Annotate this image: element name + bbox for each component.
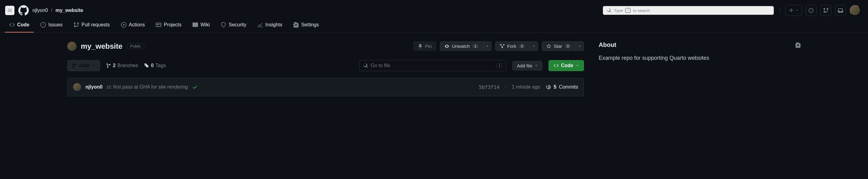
- fork-button[interactable]: Fork 0: [495, 42, 530, 51]
- tab-settings[interactable]: Settings: [289, 18, 323, 32]
- hamburger-icon: [7, 8, 12, 13]
- caret-down-icon: [486, 45, 489, 48]
- global-menu-button[interactable]: [5, 5, 15, 15]
- notifications-button[interactable]: [835, 5, 846, 16]
- commit-message[interactable]: ci: first pass at GHA for site rendering: [107, 84, 188, 90]
- star-icon: [546, 44, 551, 49]
- breadcrumb: njlyon0 / my_website: [32, 8, 83, 13]
- caret-down-icon: [92, 64, 95, 67]
- branches-label: Branches: [118, 63, 138, 68]
- search-icon: [607, 8, 612, 13]
- tab-code[interactable]: Code: [5, 18, 34, 32]
- repo-link[interactable]: my_website: [55, 8, 83, 13]
- search-icon: [363, 63, 368, 68]
- about-description: Example repo for supporting Quarto websi…: [599, 54, 801, 62]
- latest-commit-bar: njlyon0 ci: first pass at GHA for site r…: [67, 78, 584, 96]
- pin-label: Pin: [425, 44, 432, 49]
- file-search-input[interactable]: [371, 63, 494, 68]
- inbox-icon: [838, 8, 843, 13]
- tab-pull-requests[interactable]: Pull requests: [69, 18, 114, 32]
- commits-count: 5: [554, 84, 556, 90]
- create-new-button[interactable]: [785, 5, 802, 16]
- github-logo[interactable]: [18, 5, 29, 16]
- book-icon: [192, 22, 198, 28]
- commit-sha[interactable]: 5bf3f14: [479, 84, 499, 90]
- tags-count: 0: [151, 63, 154, 68]
- unwatch-label: Unwatch: [452, 44, 469, 49]
- search-text-before: Type: [614, 8, 623, 13]
- caret-down-icon: [532, 45, 535, 48]
- tab-issues-label: Issues: [49, 22, 62, 28]
- branch-name: main: [79, 63, 90, 68]
- tag-icon: [144, 63, 149, 68]
- tab-security-label: Security: [229, 22, 246, 28]
- plus-icon: [789, 8, 794, 13]
- shield-icon: [221, 22, 226, 28]
- pull-requests-button[interactable]: [820, 5, 831, 16]
- issue-opened-icon: [808, 8, 814, 13]
- issues-button[interactable]: [806, 5, 816, 16]
- add-file-button[interactable]: Add file: [513, 61, 542, 71]
- git-pull-request-icon: [823, 8, 829, 13]
- code-icon: [554, 63, 559, 68]
- pr-icon: [73, 22, 79, 28]
- watch-dropdown[interactable]: [483, 42, 492, 51]
- tab-actions[interactable]: Actions: [117, 18, 149, 32]
- commit-time[interactable]: 1 minute ago: [512, 84, 540, 90]
- file-search[interactable]: t: [359, 60, 506, 71]
- tab-wiki[interactable]: Wiki: [188, 18, 214, 32]
- github-mark-icon: [18, 5, 29, 16]
- pin-icon: [418, 44, 423, 49]
- tab-issues[interactable]: Issues: [36, 18, 67, 32]
- user-avatar[interactable]: [850, 5, 861, 16]
- star-button[interactable]: Star 0: [542, 42, 576, 51]
- owner-avatar[interactable]: [67, 42, 76, 51]
- graph-icon: [257, 22, 263, 28]
- about-settings-button[interactable]: [795, 42, 801, 48]
- search-key: /: [625, 8, 630, 13]
- tab-security[interactable]: Security: [216, 18, 251, 32]
- caret-down-icon: [535, 64, 538, 67]
- about-heading: About: [599, 42, 616, 48]
- fork-icon: [500, 44, 505, 49]
- commits-link[interactable]: 5 Commits: [546, 84, 578, 90]
- tags-label: Tags: [155, 63, 166, 68]
- tab-settings-label: Settings: [301, 22, 319, 28]
- tab-pr-label: Pull requests: [82, 22, 110, 28]
- tab-code-label: Code: [17, 22, 29, 28]
- code-button[interactable]: Code: [549, 60, 584, 71]
- issue-icon: [40, 22, 46, 28]
- commit-author[interactable]: njlyon0: [85, 84, 102, 90]
- star-dropdown[interactable]: [576, 42, 584, 51]
- tab-projects-label: Projects: [164, 22, 182, 28]
- file-search-key: t: [497, 63, 502, 68]
- code-label: Code: [561, 63, 573, 68]
- global-search[interactable]: Type / to search: [602, 6, 774, 15]
- commit-author-avatar[interactable]: [73, 83, 81, 91]
- owner-link[interactable]: njlyon0: [32, 8, 48, 13]
- star-count: 0: [565, 44, 571, 48]
- branches-link[interactable]: 2 Branches: [106, 63, 138, 68]
- play-icon: [121, 22, 126, 28]
- tab-insights[interactable]: Insights: [253, 18, 286, 32]
- tab-insights-label: Insights: [266, 22, 282, 28]
- unwatch-button[interactable]: Unwatch 1: [440, 42, 483, 51]
- caret-down-icon: [576, 64, 579, 67]
- commit-sep: ·: [505, 84, 506, 90]
- add-file-label: Add file: [517, 63, 532, 68]
- fork-count: 0: [519, 44, 525, 48]
- gear-icon: [293, 22, 299, 28]
- pin-button[interactable]: Pin: [413, 42, 436, 51]
- status-check-icon[interactable]: [192, 84, 198, 90]
- fork-dropdown[interactable]: [530, 42, 538, 51]
- tab-actions-label: Actions: [129, 22, 145, 28]
- git-branch-icon: [106, 63, 111, 68]
- branch-selector[interactable]: main: [67, 60, 100, 71]
- repo-nav: Code Issues Pull requests Actions Projec…: [0, 18, 868, 33]
- search-text-after: to search: [633, 8, 650, 13]
- tags-link[interactable]: 0 Tags: [144, 63, 166, 68]
- tab-projects[interactable]: Projects: [152, 18, 186, 32]
- table-icon: [156, 22, 161, 28]
- code-icon: [9, 22, 15, 28]
- visibility-badge: Public: [127, 43, 144, 49]
